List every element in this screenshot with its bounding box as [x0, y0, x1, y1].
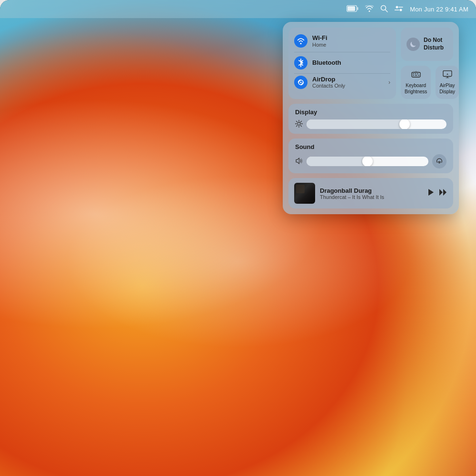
airdrop-title: AirDrop: [312, 76, 345, 83]
airdrop-chevron: ›: [388, 79, 390, 86]
connectivity-card: Wi-Fi Home Bluetooth: [288, 28, 396, 99]
airdrop-left: AirDrop Contacts Only: [294, 76, 345, 89]
small-buttons-row: Keyboard Brightness AirPlay Display: [401, 66, 453, 99]
svg-line-32: [297, 125, 298, 126]
svg-rect-15: [413, 75, 414, 76]
svg-point-21: [413, 70, 414, 71]
airplay-display-icon: [443, 70, 452, 80]
wifi-subtitle: Home: [312, 42, 327, 48]
svg-rect-17: [418, 75, 419, 76]
dnd-title: Do Not Disturb: [424, 37, 444, 51]
fast-forward-button[interactable]: [439, 188, 447, 198]
album-art-image: [294, 183, 315, 204]
track-title: Dragonball Durag: [320, 187, 423, 194]
airdrop-subtitle: Contacts Only: [312, 83, 345, 89]
keyboard-brightness-label: Keyboard Brightness: [405, 82, 427, 95]
sound-section: Sound: [288, 139, 453, 173]
bluetooth-text: Bluetooth: [312, 59, 341, 67]
wifi-item[interactable]: Wi-Fi Home: [294, 32, 390, 50]
album-art: [294, 183, 315, 204]
svg-rect-14: [417, 73, 418, 74]
display-slider-track[interactable]: [307, 119, 446, 129]
svg-line-29: [297, 121, 298, 122]
menubar-datetime: Mon Jun 22 9:41 AM: [410, 6, 468, 13]
wifi-menubar-icon[interactable]: [365, 5, 374, 13]
wifi-icon: [294, 34, 307, 48]
bluetooth-item[interactable]: Bluetooth: [294, 54, 390, 71]
airdrop-item[interactable]: AirDrop Contacts Only ›: [294, 76, 390, 89]
sound-airplay-btn[interactable]: [432, 154, 446, 169]
svg-point-5: [396, 6, 398, 8]
track-artist: Thundercat – It Is What It Is: [320, 194, 423, 200]
svg-point-22: [418, 70, 418, 71]
svg-point-20: [417, 71, 417, 71]
keyboard-brightness-icon: [411, 70, 421, 80]
svg-line-4: [386, 10, 388, 12]
control-center-panel: Wi-Fi Home Bluetooth: [283, 22, 459, 214]
airplay-display-label: AirPlay Display: [439, 82, 455, 95]
sound-slider-track[interactable]: [307, 157, 428, 166]
menubar: Mon Jun 22 9:41 AM: [0, 0, 476, 18]
svg-point-24: [298, 122, 300, 125]
display-brightness-icon: [295, 120, 303, 129]
display-label: Display: [295, 109, 446, 116]
svg-rect-11: [412, 72, 420, 77]
play-button[interactable]: [427, 188, 434, 198]
sound-label: Sound: [295, 143, 446, 150]
now-playing-section: Dragonball Durag Thundercat – It Is What…: [288, 178, 453, 208]
battery-icon: [347, 5, 358, 13]
display-slider-row: [295, 119, 446, 129]
bluetooth-icon: [294, 56, 307, 69]
keyboard-brightness-card[interactable]: Keyboard Brightness: [401, 66, 431, 99]
sound-slider-row: [295, 154, 446, 169]
svg-rect-13: [415, 73, 416, 74]
track-info: Dragonball Durag Thundercat – It Is What…: [320, 187, 423, 200]
dnd-moon-icon: [407, 38, 420, 51]
media-controls: [427, 188, 447, 198]
svg-point-18: [416, 71, 416, 72]
wifi-title: Wi-Fi: [312, 34, 327, 42]
menubar-right: Mon Jun 22 9:41 AM: [347, 5, 468, 14]
svg-point-19: [414, 71, 415, 71]
search-menubar-icon[interactable]: [380, 5, 388, 14]
bluetooth-title: Bluetooth: [312, 59, 341, 67]
right-column: Do Not Disturb: [401, 28, 453, 99]
svg-rect-12: [413, 73, 414, 74]
svg-line-31: [301, 121, 302, 122]
svg-point-7: [400, 9, 402, 11]
top-section: Wi-Fi Home Bluetooth: [288, 28, 453, 99]
sound-volume-icon: [295, 157, 303, 166]
mac-frame: Mon Jun 22 9:41 AM: [0, 0, 476, 476]
wifi-text: Wi-Fi Home: [312, 34, 327, 48]
display-section: Display: [288, 104, 453, 134]
control-center-icon[interactable]: [395, 5, 403, 13]
svg-line-30: [301, 125, 302, 126]
svg-point-10: [300, 82, 302, 83]
svg-rect-1: [357, 7, 358, 10]
dnd-card[interactable]: Do Not Disturb: [401, 28, 453, 61]
airdrop-icon: [294, 76, 307, 89]
svg-rect-16: [415, 75, 417, 76]
svg-rect-2: [347, 6, 355, 11]
airplay-display-card[interactable]: AirPlay Display: [436, 66, 459, 99]
airdrop-text: AirDrop Contacts Only: [312, 76, 345, 89]
